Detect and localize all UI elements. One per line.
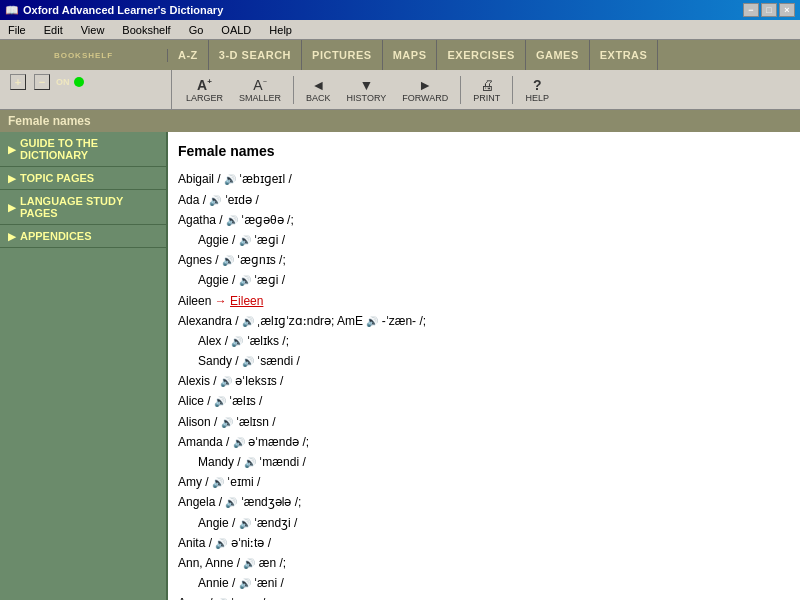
- on-label: ON: [56, 77, 70, 87]
- sound-icon[interactable]: 🔊: [242, 316, 254, 327]
- titlebar-left: 📖 Oxford Advanced Learner's Dictionary: [5, 4, 223, 17]
- sidebar-arrow-language: ▶: [8, 202, 16, 213]
- help-icon: ?: [533, 77, 542, 93]
- titlebar-buttons[interactable]: − □ ×: [743, 3, 795, 17]
- entries-container: Abigail / 🔊 ˈæbɪɡeɪl /Ada / 🔊 ˈeɪdə /Aga…: [178, 170, 790, 600]
- menu-go[interactable]: Go: [185, 23, 208, 37]
- forward-button[interactable]: ► FORWARD: [396, 75, 454, 105]
- sound-icon[interactable]: 🔊: [215, 538, 227, 549]
- print-button[interactable]: 🖨 PRINT: [467, 75, 506, 105]
- toolbar: + − ON A+ LARGER A− SMALLER ◄ BACK ▼ HIS…: [0, 70, 800, 110]
- list-item: Sandy / 🔊 ˈsændi /: [198, 352, 790, 371]
- tab-exercises[interactable]: EXERCISES: [437, 40, 525, 70]
- help-button[interactable]: ? HELP: [519, 75, 555, 105]
- breadcrumb: Female names: [0, 110, 800, 132]
- list-item: Alexis / 🔊 əˈleksɪs /: [178, 372, 790, 391]
- tab-games[interactable]: GAMES: [526, 40, 590, 70]
- tab-pictures[interactable]: PICTURES: [302, 40, 383, 70]
- collapse-button[interactable]: −: [34, 74, 50, 90]
- app-icon: 📖: [5, 4, 19, 17]
- toolbar-separator: [293, 76, 294, 104]
- list-item: Annie / 🔊 ˈæni /: [198, 574, 790, 593]
- sound-icon[interactable]: 🔊: [239, 518, 251, 529]
- print-icon: 🖨: [480, 77, 494, 93]
- menu-oald[interactable]: OALD: [217, 23, 255, 37]
- cross-ref-link[interactable]: Eileen: [230, 294, 263, 308]
- sound-icon[interactable]: 🔊: [214, 396, 226, 407]
- tab-3dsearch[interactable]: 3-D SEARCH: [209, 40, 302, 70]
- sound-icon[interactable]: 🔊: [243, 558, 255, 569]
- sound-icon[interactable]: 🔊: [239, 578, 251, 589]
- list-item: Ada / 🔊 ˈeɪdə /: [178, 191, 790, 210]
- app-title: Oxford Advanced Learner's Dictionary: [23, 4, 223, 16]
- list-item: Angie / 🔊 ˈændʒi /: [198, 514, 790, 533]
- sidebar-arrow-guide: ▶: [8, 144, 16, 155]
- list-item: Aggie / 🔊 ˈæɡi /: [198, 231, 790, 250]
- forward-label: FORWARD: [402, 93, 448, 103]
- back-icon: ◄: [311, 77, 325, 93]
- menu-help[interactable]: Help: [265, 23, 296, 37]
- list-item: Mandy / 🔊 ˈmændi /: [198, 453, 790, 472]
- minimize-button[interactable]: −: [743, 3, 759, 17]
- menu-edit[interactable]: Edit: [40, 23, 67, 37]
- larger-label: LARGER: [186, 93, 223, 103]
- on-indicator: + − ON: [4, 70, 171, 94]
- close-button[interactable]: ×: [779, 3, 795, 17]
- back-button[interactable]: ◄ BACK: [300, 75, 337, 105]
- menu-file[interactable]: File: [4, 23, 30, 37]
- history-button[interactable]: ▼ HISTORY: [341, 75, 393, 105]
- list-item: Agnes / 🔊 ˈæɡnɪs /;: [178, 251, 790, 270]
- expand-button[interactable]: +: [10, 74, 26, 90]
- toolbar-buttons: A+ LARGER A− SMALLER ◄ BACK ▼ HISTORY ► …: [172, 75, 563, 105]
- list-item: Aggie / 🔊 ˈæɡi /: [198, 271, 790, 290]
- sound-icon[interactable]: 🔊: [239, 275, 251, 286]
- sidebar-item-appendices[interactable]: ▶ APPENDICES: [0, 225, 166, 248]
- sound-icon[interactable]: 🔊: [231, 336, 243, 347]
- toolbar-spacer: + − ON: [4, 70, 172, 110]
- breadcrumb-text: Female names: [8, 114, 91, 128]
- sidebar-item-language[interactable]: ▶ LANGUAGE STUDY PAGES: [0, 190, 166, 225]
- topnav: BOOKSHELF A-Z 3-D SEARCH PICTURES MAPS E…: [0, 40, 800, 70]
- main-content[interactable]: Female names Abigail / 🔊 ˈæbɪɡeɪl /Ada /…: [168, 132, 800, 600]
- sound-icon[interactable]: 🔊: [244, 457, 256, 468]
- back-label: BACK: [306, 93, 331, 103]
- smaller-button[interactable]: A− SMALLER: [233, 75, 287, 105]
- list-item: Alison / 🔊 ˈælɪsn /: [178, 413, 790, 432]
- sound-icon[interactable]: 🔊: [225, 497, 237, 508]
- sidebar-item-guide[interactable]: ▶ GUIDE TO THE DICTIONARY: [0, 132, 166, 167]
- smaller-icon: A−: [253, 77, 266, 93]
- sidebar-label-language: LANGUAGE STUDY PAGES: [20, 195, 158, 219]
- tab-maps[interactable]: MAPS: [383, 40, 438, 70]
- smaller-label: SMALLER: [239, 93, 281, 103]
- menu-view[interactable]: View: [77, 23, 109, 37]
- larger-icon: A+: [197, 77, 212, 93]
- sound-icon[interactable]: 🔊: [221, 417, 233, 428]
- list-item: Aileen → Eileen: [178, 292, 790, 311]
- sound-icon[interactable]: 🔊: [220, 376, 232, 387]
- sound-icon[interactable]: 🔊: [239, 235, 251, 246]
- content-title: Female names: [178, 140, 790, 162]
- maximize-button[interactable]: □: [761, 3, 777, 17]
- sound-icon[interactable]: 🔊: [212, 477, 224, 488]
- sound-icon[interactable]: 🔊: [224, 174, 236, 185]
- history-icon: ▼: [359, 77, 373, 93]
- menu-bookshelf[interactable]: Bookshelf: [118, 23, 174, 37]
- sound-icon[interactable]: 🔊: [366, 316, 378, 327]
- tab-az[interactable]: A-Z: [168, 40, 209, 70]
- list-item: Angela / 🔊 ˈændʒələ /;: [178, 493, 790, 512]
- sound-icon[interactable]: 🔊: [209, 195, 221, 206]
- on-dot: [74, 77, 84, 87]
- sound-icon[interactable]: 🔊: [226, 215, 238, 226]
- content-area: ▶ GUIDE TO THE DICTIONARY ▶ TOPIC PAGES …: [0, 132, 800, 600]
- nav-tabs: A-Z 3-D SEARCH PICTURES MAPS EXERCISES G…: [168, 40, 800, 70]
- tab-extras[interactable]: EXTRAS: [590, 40, 659, 70]
- sound-icon[interactable]: 🔊: [222, 255, 234, 266]
- larger-button[interactable]: A+ LARGER: [180, 75, 229, 105]
- sound-icon[interactable]: 🔊: [242, 356, 254, 367]
- history-label: HISTORY: [347, 93, 387, 103]
- sidebar-label-topic: TOPIC PAGES: [20, 172, 94, 184]
- sidebar: ▶ GUIDE TO THE DICTIONARY ▶ TOPIC PAGES …: [0, 132, 168, 600]
- sound-icon[interactable]: 🔊: [233, 437, 245, 448]
- bookshelf-label: BOOKSHELF: [0, 49, 168, 62]
- sidebar-item-topic[interactable]: ▶ TOPIC PAGES: [0, 167, 166, 190]
